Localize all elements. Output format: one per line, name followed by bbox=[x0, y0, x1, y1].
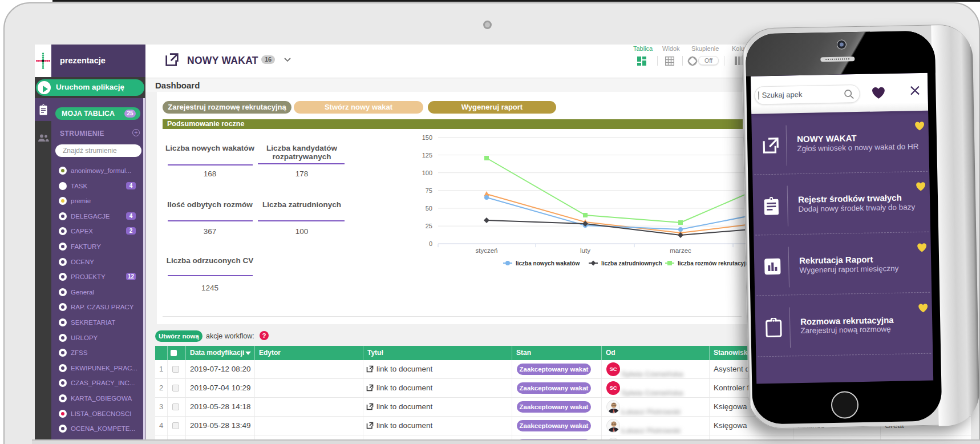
svg-text:25: 25 bbox=[426, 223, 432, 229]
svg-text:liczba zatrudniownych: liczba zatrudniownych bbox=[601, 260, 662, 267]
svg-text:liczba rozmów rekrutacyjnych: liczba rozmów rekrutacyjnych bbox=[678, 260, 748, 267]
svg-text:150: 150 bbox=[422, 134, 432, 141]
svg-text:125: 125 bbox=[422, 152, 432, 159]
svg-text:75: 75 bbox=[426, 187, 432, 194]
svg-text:liczba nowych wakatów: liczba nowych wakatów bbox=[516, 260, 580, 267]
svg-text:100: 100 bbox=[422, 169, 432, 176]
svg-text:50: 50 bbox=[426, 205, 432, 212]
svg-text:0: 0 bbox=[429, 240, 432, 247]
svg-text:luty: luty bbox=[580, 247, 590, 254]
svg-text:styczeń: styczeń bbox=[476, 247, 498, 254]
svg-text:marzec: marzec bbox=[670, 247, 691, 254]
